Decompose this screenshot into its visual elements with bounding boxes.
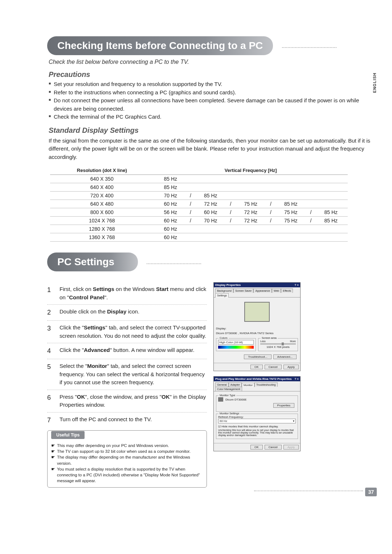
properties-button[interactable]: Properties <box>273 403 294 408</box>
table-row: 1280 X 76860 Hz <box>50 225 348 233</box>
table-row: 1024 X 76860 Hz/70 Hz/72 Hz/75 Hz/85 Hz <box>50 217 348 225</box>
col-resolution: Resolution (dot X line) <box>50 166 154 175</box>
tab-screen-saver[interactable]: Screen Saver <box>233 288 253 293</box>
table-row: 640 X 35085 Hz <box>50 175 348 183</box>
decorative-dots <box>254 491 363 491</box>
colors-select[interactable]: High Color (16 bit) <box>218 340 254 345</box>
step: 2Double click on the Display icon. <box>47 305 207 321</box>
step: 6Press "OK", close the window, and press… <box>47 390 207 413</box>
frequency-table: Resolution (dot X line) Vertical Frequen… <box>50 166 348 242</box>
decorative-dots <box>147 263 201 264</box>
tab-adapter[interactable]: Adapter <box>229 382 242 387</box>
tab-background[interactable]: Background <box>215 288 233 293</box>
step: 4Click the "Advanced" button. A new wind… <box>47 343 207 359</box>
step: 5Select the "Monitor" tab, and select th… <box>47 359 207 390</box>
refresh-select[interactable]: 60 Hz▾ <box>218 419 296 423</box>
list-item: Set your resolution and frequency to a r… <box>49 80 370 89</box>
std-settings-para: If the signal from the computer is the s… <box>49 137 370 161</box>
list-item: The TV can support up to 32 bit color wh… <box>51 448 203 454</box>
hide-checkbox[interactable]: ☑ <box>218 425 221 428</box>
display-label: Display: <box>216 327 298 330</box>
table-row: 640 X 40085 Hz <box>50 183 348 192</box>
monitor-properties-dialog: Plug and Play Monitor and NVidia Riva TN… <box>213 376 301 451</box>
close-icon[interactable]: ? × <box>294 377 299 381</box>
step: 7Turn off the PC and connect to the TV. <box>47 413 207 428</box>
cancel-button[interactable]: Cancel <box>265 365 282 369</box>
step: 3Click the "Settings" tab, and select th… <box>47 321 207 343</box>
dialog-title: Display Properties <box>215 283 241 287</box>
ok-button[interactable]: OK <box>250 365 263 369</box>
table-row: 800 X 60056 Hz/60 Hz/72 Hz/75 Hz/85 Hz <box>50 208 348 217</box>
tab-web[interactable]: Web <box>272 288 281 293</box>
apply-button: Apply <box>283 445 299 450</box>
table-row: 1360 X 76860 Hz <box>50 233 348 242</box>
tab-settings[interactable]: Settings <box>215 293 229 297</box>
precautions-list: Set your resolution and frequency to a r… <box>49 80 370 121</box>
subtitle: Check the list below before connecting a… <box>49 59 370 65</box>
ok-button[interactable]: OK <box>250 445 263 450</box>
resolution-slider[interactable] <box>260 343 296 345</box>
list-item: Check the terminal of the PC Graphics Ca… <box>49 113 370 121</box>
table-row: 720 X 40070 Hz/85 Hz <box>50 192 348 200</box>
tab-monitor[interactable]: Monitor <box>242 383 254 387</box>
precautions-head: Precautions <box>49 70 370 79</box>
tab-appearance[interactable]: Appearance <box>253 288 271 293</box>
display-value: Dicom DT3000E , NVIDIA RIVA TNT2 Series <box>216 332 298 335</box>
dialog-title: Plug and Play Monitor and NVidia Riva TN… <box>215 377 292 381</box>
list-item: You must select a display resolution tha… <box>51 466 203 484</box>
tab-general[interactable]: General <box>215 382 229 387</box>
step: 1First, click on Settings on the Windows… <box>47 282 207 305</box>
useful-tips-box: Useful Tips This may differ depending on… <box>47 430 207 488</box>
monitor-preview <box>244 302 270 322</box>
decorative-dots <box>282 47 336 48</box>
list-item: This may differ depending on your PC and… <box>51 443 203 448</box>
language-tab: ENGLISH <box>372 73 377 93</box>
col-frequency: Vertical Frequency [Hz] <box>154 166 348 175</box>
tab-troubleshooting[interactable]: Troubleshooting <box>254 382 278 387</box>
heading-pc-settings: PC Settings <box>47 253 138 271</box>
table-row: 640 X 48060 Hz/72 Hz/75 Hz/85 Hz <box>50 200 348 208</box>
list-item: Do not connect the power unless all conn… <box>49 97 370 113</box>
tab-color-management[interactable]: Color Management <box>215 387 242 391</box>
useful-tips-label: Useful Tips <box>51 431 85 439</box>
std-settings-head: Standard Display Settings <box>49 126 370 135</box>
monitor-icon <box>218 397 223 402</box>
cancel-button[interactable]: Cancel <box>265 445 282 450</box>
list-item: Refer to the instructions when connectin… <box>49 89 370 97</box>
page-number: 37 <box>365 488 377 496</box>
troubleshoot-button[interactable]: Troubleshoot... <box>244 354 271 359</box>
list-item: The display may differ depending on the … <box>51 454 203 466</box>
advanced-button[interactable]: Advanced... <box>273 354 297 359</box>
close-icon[interactable]: ? × <box>294 283 299 287</box>
tab-effects[interactable]: Effects <box>281 288 293 293</box>
heading-checking-items: Checking Items before Connecting to a PC <box>47 36 273 55</box>
apply-button[interactable]: Apply <box>283 365 299 369</box>
display-properties-dialog: Display Properties ? × BackgroundScreen … <box>213 282 301 371</box>
